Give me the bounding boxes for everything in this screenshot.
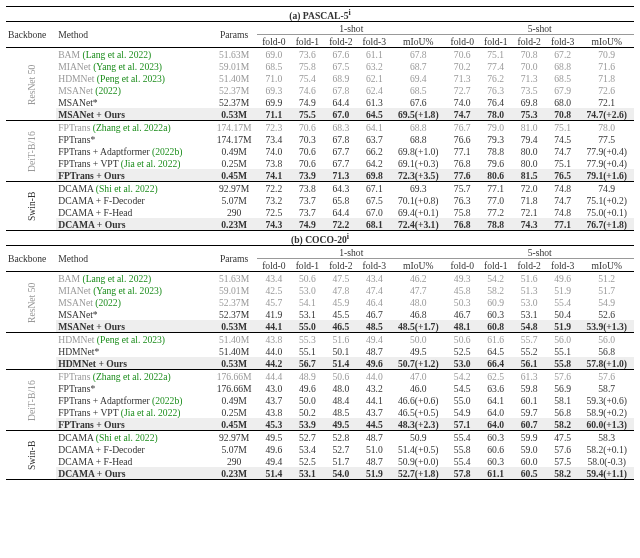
- params-cell: 0.23M: [211, 467, 257, 480]
- method-cell: FPTrans (Zhang et al. 2022a): [56, 370, 211, 383]
- method-cell: FPTrans + Ours: [56, 169, 211, 182]
- params-cell: 92.97M: [211, 431, 257, 444]
- params-cell: 92.97M: [211, 182, 257, 195]
- table-row: MSANet (2022)52.37M69.374.667.862.468.57…: [6, 84, 634, 96]
- table-row: MIANet (Yang et al. 2023)59.01M42.553.04…: [6, 284, 634, 296]
- method-cell: DCAMA + Ours: [56, 467, 211, 480]
- method-cell: MSANet + Ours: [56, 108, 211, 121]
- table-row: DeiT-B/16FPTrans (Zhang et al. 2022a)176…: [6, 370, 634, 383]
- method-cell: DCAMA + F-Decoder: [56, 443, 211, 455]
- params-cell: 52.37M: [211, 308, 257, 320]
- table-row: DeiT-B/16FPTrans (Zhang et al. 2022a)174…: [6, 121, 634, 134]
- table-row: FPTrans*176.66M43.049.648.043.246.054.56…: [6, 382, 634, 394]
- table-row: ResNet 50BAM (Lang et al. 2022)51.63M69.…: [6, 48, 634, 61]
- params-cell: 290: [211, 455, 257, 467]
- params-cell: 51.40M: [211, 72, 257, 84]
- method-cell: FPTrans*: [56, 382, 211, 394]
- params-cell: 52.37M: [211, 84, 257, 96]
- method-cell: FPTrans + Adaptformer (2022b): [56, 145, 211, 157]
- method-cell: DCAMA (Shi et al. 2022): [56, 182, 211, 195]
- method-cell: DCAMA + F-Decoder: [56, 194, 211, 206]
- params-cell: 0.45M: [211, 169, 257, 182]
- method-cell: BAM (Lang et al. 2022): [56, 272, 211, 285]
- backbone-label: DeiT-B/16: [6, 370, 56, 431]
- table-row: DCAMA + F-Decoder5.07M73.273.765.867.570…: [6, 194, 634, 206]
- params-cell: 0.53M: [211, 108, 257, 121]
- table-row: Swin-BDCAMA (Shi et al. 2022)92.97M49.55…: [6, 431, 634, 444]
- backbone-label: [6, 333, 56, 370]
- params-cell: 174.17M: [211, 121, 257, 134]
- method-cell: FPTrans (Zhang et al. 2022a): [56, 121, 211, 134]
- method-cell: DCAMA + Ours: [56, 218, 211, 231]
- method-cell: MSANet*: [56, 308, 211, 320]
- method-cell: FPTrans + VPT (Jia et al. 2022): [56, 157, 211, 169]
- params-cell: 176.66M: [211, 382, 257, 394]
- table-row: DCAMA + F-Head29072.573.764.467.069.4(+0…: [6, 206, 634, 218]
- params-cell: 176.66M: [211, 370, 257, 383]
- params-cell: 59.01M: [211, 60, 257, 72]
- method-cell: FPTrans*: [56, 133, 211, 145]
- table-row: Swin-BDCAMA (Shi et al. 2022)92.97M72.27…: [6, 182, 634, 195]
- params-cell: 0.53M: [211, 357, 257, 370]
- table-row: HDMNet (Peng et al. 2023)51.40M71.075.46…: [6, 72, 634, 84]
- method-cell: FPTrans + Adaptformer (2022b): [56, 394, 211, 406]
- method-cell: MSANet*: [56, 96, 211, 108]
- params-cell: 0.25M: [211, 406, 257, 418]
- method-cell: HDMNet + Ours: [56, 357, 211, 370]
- params-cell: 51.63M: [211, 272, 257, 285]
- params-cell: 52.37M: [211, 296, 257, 308]
- method-cell: HDMNet*: [56, 345, 211, 357]
- params-cell: 0.23M: [211, 218, 257, 231]
- method-cell: MSANet (2022): [56, 296, 211, 308]
- table-row: FPTrans + Ours0.45M45.353.949.544.548.3(…: [6, 418, 634, 431]
- table-body: (a) PASCAL-5iBackboneMethodParams1-shot5…: [6, 7, 634, 480]
- table-row: MSANet*52.37M41.953.145.546.746.846.760.…: [6, 308, 634, 320]
- method-cell: DCAMA (Shi et al. 2022): [56, 431, 211, 444]
- params-cell: 0.49M: [211, 145, 257, 157]
- table-row: MSANet + Ours0.53M44.155.046.548.548.5(+…: [6, 320, 634, 333]
- table-row: MSANet + Ours0.53M71.175.567.064.569.5(+…: [6, 108, 634, 121]
- params-cell: 5.07M: [211, 443, 257, 455]
- params-cell: 174.17M: [211, 133, 257, 145]
- backbone-label: Swin-B: [6, 431, 56, 480]
- method-cell: MSANet + Ours: [56, 320, 211, 333]
- table-row: ResNet 50BAM (Lang et al. 2022)51.63M43.…: [6, 272, 634, 285]
- params-cell: 59.01M: [211, 284, 257, 296]
- params-cell: 51.63M: [211, 48, 257, 61]
- params-cell: 51.40M: [211, 345, 257, 357]
- method-cell: BAM (Lang et al. 2022): [56, 48, 211, 61]
- table-row: FPTrans + VPT (Jia et al. 2022)0.25M43.8…: [6, 406, 634, 418]
- backbone-label: ResNet 50: [6, 272, 56, 333]
- params-cell: 0.53M: [211, 320, 257, 333]
- results-table: (a) PASCAL-5iBackboneMethodParams1-shot5…: [6, 6, 634, 480]
- table-row: DCAMA + F-Head29049.452.551.748.750.9(+0…: [6, 455, 634, 467]
- method-cell: MIANet (Yang et al. 2023): [56, 60, 211, 72]
- method-cell: HDMNet (Peng et al. 2023): [56, 333, 211, 346]
- backbone-label: Swin-B: [6, 182, 56, 231]
- params-cell: 0.25M: [211, 157, 257, 169]
- table-row: FPTrans + Adaptformer (2022b)0.49M74.070…: [6, 145, 634, 157]
- params-cell: 52.37M: [211, 96, 257, 108]
- method-cell: FPTrans + Ours: [56, 418, 211, 431]
- method-cell: HDMNet (Peng et al. 2023): [56, 72, 211, 84]
- table-row: DCAMA + Ours0.23M51.453.154.051.952.7(+1…: [6, 467, 634, 480]
- table-row: DCAMA + F-Decoder5.07M49.653.452.751.051…: [6, 443, 634, 455]
- method-cell: DCAMA + F-Head: [56, 455, 211, 467]
- method-cell: DCAMA + F-Head: [56, 206, 211, 218]
- method-cell: MSANet (2022): [56, 84, 211, 96]
- table-row: MSANet (2022)52.37M45.754.145.946.448.05…: [6, 296, 634, 308]
- table-row: HDMNet*51.40M44.055.150.148.749.552.564.…: [6, 345, 634, 357]
- table-row: FPTrans + VPT (Jia et al. 2022)0.25M73.8…: [6, 157, 634, 169]
- params-cell: 51.40M: [211, 333, 257, 346]
- table-row: HDMNet + Ours0.53M44.256.751.449.650.7(+…: [6, 357, 634, 370]
- method-cell: MIANet (Yang et al. 2023): [56, 284, 211, 296]
- table-row: FPTrans + Ours0.45M74.173.971.369.872.3(…: [6, 169, 634, 182]
- backbone-label: ResNet 50: [6, 48, 56, 121]
- params-cell: 5.07M: [211, 194, 257, 206]
- params-cell: 0.49M: [211, 394, 257, 406]
- method-cell: FPTrans + VPT (Jia et al. 2022): [56, 406, 211, 418]
- table-row: HDMNet (Peng et al. 2023)51.40M43.855.35…: [6, 333, 634, 346]
- table-row: FPTrans*174.17M73.470.367.863.768.876.67…: [6, 133, 634, 145]
- backbone-label: DeiT-B/16: [6, 121, 56, 182]
- params-cell: 0.45M: [211, 418, 257, 431]
